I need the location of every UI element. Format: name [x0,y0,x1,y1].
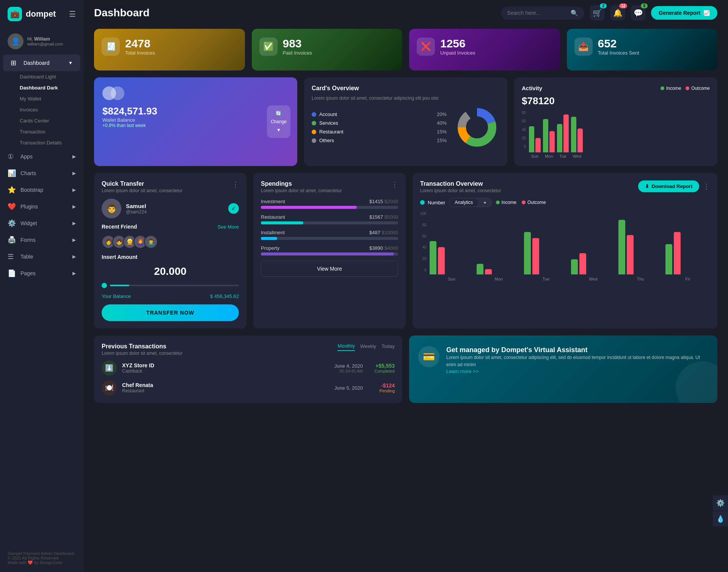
generate-report-button[interactable]: Generate Report 📈 [651,6,717,20]
tx-more-icon[interactable]: ⋮ [703,182,710,191]
donut-subtitle: Lorem ipsum dolor sit amet, consectetur … [312,96,500,101]
tab-monthly[interactable]: Monthly [337,343,355,351]
big-chart-y-axis: 100806040200 [420,212,427,272]
sidebar-item-table[interactable]: ☰ Table ▶ [0,248,83,265]
tx-date-col-0: June 4, 2020 05:34:45 AM [334,363,363,373]
more-options-icon[interactable]: ⋮ [232,180,239,189]
bottom-section: Previous Transactions Lorem ipsum dolor … [83,335,728,412]
tx-overview-controls: ⬇ Download Report ⋮ [638,180,710,192]
bar-group-wed [571,117,583,152]
activity-title: Activity [522,85,542,91]
sidebar-item-plugins[interactable]: ❤️ Plugins ▶ [0,198,83,215]
sidebar-item-label: Plugins [20,204,38,210]
svg-point-4 [466,117,488,138]
activity-card: Activity Income Outcome $78120 806040200 [514,77,717,166]
toggle-off[interactable]: ● [478,198,491,207]
theme-floater[interactable]: 💧 [713,511,728,527]
sidebar-item-forms[interactable]: 🖨️ Forms ▶ [0,232,83,248]
messages-button[interactable]: 💬 8 [631,5,646,20]
cart-button[interactable]: 🛒 2 [590,5,605,20]
sidebar-sub-cards-center[interactable]: Cards Center [0,115,83,126]
wallet-circles [102,86,124,100]
income-legend-tx: Income [496,200,516,205]
tab-weekly[interactable]: Weekly [360,343,376,351]
tx-icon-1: 🍽️ [102,380,117,395]
wallet-change: +0.8% than last week [102,123,289,128]
chevron-right-icon: ▶ [72,221,76,226]
big-bar-group-tue [524,232,568,274]
tx-date-col-1: June 5, 2020 [334,385,363,391]
sidebar-sub-transaction-details[interactable]: Transaction Details [0,137,83,148]
menu-icon[interactable]: ☰ [69,9,76,19]
recent-friend-row: Recent Friend See More [102,224,239,230]
bar-income-mon [543,119,548,152]
va-learn-more[interactable]: Learn more >> [446,368,708,374]
chart-x-labels: Sun Mon Tue Wed [529,154,710,158]
tx-type-1: Restaurant [122,388,153,393]
settings-floater[interactable]: ⚙️ [713,495,728,511]
balance-row: Your Balance $ 456,345.62 [102,293,239,299]
analytics-toggle[interactable]: Analytics ● [449,198,492,207]
bar-income-tue [557,124,562,152]
transfer-user-avatar: 👨 [102,199,121,218]
search-input[interactable] [507,10,568,16]
prev-tx-subtitle: Lorem ipsum dolor sit amet, consectetur [102,351,182,356]
spendings-title: Spendings [261,180,342,187]
tx-name-1: Chef Renata [122,382,153,388]
big-bar-income-fri [665,244,672,274]
sidebar-item-label: Bootstrap [20,187,43,193]
big-bar-group-wed [571,253,615,274]
sidebar-item-bootstrap[interactable]: ⭐ Bootstrap ▶ [0,182,83,198]
plugins-icon: ❤️ [8,202,16,211]
big-bar-chart [430,214,710,274]
big-bar-income-wed [571,259,578,274]
friend-avatar-4[interactable]: 👨‍🦱 [144,235,158,249]
notifications-button[interactable]: 🔔 12 [610,5,625,20]
big-bar-outcome-mon [485,269,492,274]
sidebar-item-apps[interactable]: ① Apps ▶ [0,148,83,165]
sidebar-sub-my-wallet[interactable]: My Wallet [0,93,83,104]
sidebar-sub-dashboard-dark[interactable]: Dashboard Dark [0,82,83,93]
number-dot [420,200,425,205]
spending-bar-bg-investment [261,206,398,209]
stat-value-paid-invoices: 983 [283,37,312,50]
big-bar-outcome-wed [579,253,586,274]
activity-legend: Income Outcome [661,86,710,91]
tx-row-1: 🍽️ Chef Renata Restaurant June 5, 2020 -… [102,380,395,395]
sidebar-footer: Dompet Payment Admin Dashboard © 2021 Al… [0,544,83,572]
change-button[interactable]: 🔄 Change ▼ [267,105,290,138]
stat-card-unpaid-invoices: ❌ 1256 Unpaid Invoices [409,29,560,71]
view-more-button[interactable]: View More [261,261,398,277]
tx-amount-0: +$5,553 [368,363,395,369]
range-slider[interactable] [102,283,239,288]
tx-details-1: Chef Renata Restaurant [122,382,153,393]
sidebar-item-dashboard[interactable]: ⊞ Dashboard ▼ [3,55,80,71]
sidebar-item-widget[interactable]: ⚙️ Widget ▶ [0,215,83,232]
toggle-analytics[interactable]: Analytics [449,198,478,207]
prev-tx-title: Previous Transactions [102,343,182,350]
bar-outcome-sun [535,138,541,152]
cart-badge: 2 [600,3,607,8]
chevron-down-icon: ▼ [68,60,73,66]
chevron-right-icon: ▶ [72,154,76,159]
tab-today[interactable]: Today [381,343,395,351]
sidebar-item-charts[interactable]: 📊 Charts ▶ [0,165,83,182]
stat-value-sent-invoices: 652 [598,37,639,50]
sidebar-item-pages[interactable]: 📄 Pages ▶ [0,265,83,282]
stat-card-sent-invoices: 📤 652 Total Invoices Sent [567,29,718,71]
spending-bar-fill-restaurant [261,221,303,224]
see-more-link[interactable]: See More [218,224,239,230]
download-report-button[interactable]: ⬇ Download Report [638,180,699,192]
mid-section: 🔄 Change ▼ $824,571.93 Wallet Balance +0… [83,77,728,173]
donut-chart-svg [454,105,500,150]
transfer-now-button[interactable]: TRANSFER NOW [102,304,239,321]
sidebar-sub-dashboard-light[interactable]: Dashboard Light [0,71,83,82]
spendings-more-icon[interactable]: ⋮ [391,180,398,189]
tx-type-0: Cashback [122,368,154,374]
sidebar-item-label: Apps [20,154,33,160]
spending-row-restaurant: Restaurant $1567 $5000 [261,214,398,220]
sidebar-sub-invoices[interactable]: Invoices [0,104,83,115]
prev-tx-tabs: Monthly Weekly Today [337,343,395,351]
sidebar-sub-transaction[interactable]: Transaction [0,126,83,137]
lower-section: Quick Transfer Lorem ipsum dolor sit ame… [83,173,728,335]
